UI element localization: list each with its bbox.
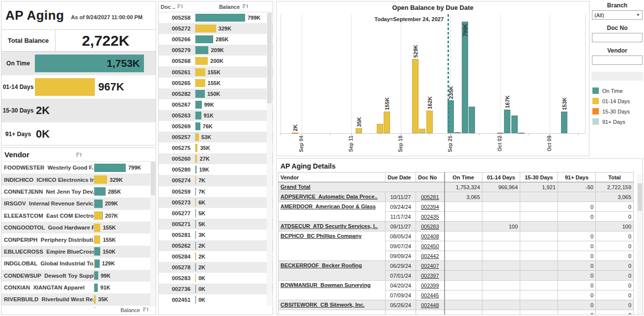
aging-bucket-row[interactable]: 01-14 Days967K (1, 75, 156, 99)
grand-total-link[interactable]: Grand Total (280, 184, 310, 190)
vendor-input[interactable] (592, 56, 642, 64)
vendor-row[interactable]: CONNETJENN Net Jenn Toy Dev..285K (1, 186, 156, 198)
vendor-scrollbar-thumb[interactable] (151, 162, 155, 195)
doc-row[interactable]: 0052775K (159, 208, 273, 219)
doc-no-link[interactable]: 002435 (421, 214, 439, 220)
chart-bar[interactable] (426, 111, 433, 133)
doc-no-link[interactable]: 002407 (421, 263, 439, 269)
aging-bucket-row[interactable]: 15-30 Days2K (1, 99, 156, 122)
doc-bar-segment[interactable] (196, 209, 196, 217)
doc-no-link[interactable]: 002399 (421, 283, 439, 288)
legend-item-d01_14[interactable]: 01-14 Days (591, 96, 643, 106)
doc-no-link[interactable]: 002450 (421, 243, 439, 249)
vendor-row[interactable]: CONDEWSUP Dewsoft Toy Supply99K (1, 270, 156, 282)
doc-row[interactable]: 005279209K (159, 45, 273, 56)
doc-bar-segment[interactable] (196, 253, 196, 260)
table-row[interactable]: BCPHCO BC Phillips Company08/05/24002408… (279, 231, 634, 241)
doc-bar-segment[interactable] (196, 25, 216, 32)
chart-bar[interactable] (454, 132, 461, 133)
chart-bar[interactable] (377, 124, 383, 133)
details-scrollbar-track[interactable] (637, 174, 643, 314)
sort-icon[interactable] (243, 4, 249, 10)
doc-bar-segment[interactable] (196, 199, 196, 206)
vendor-bar-segment[interactable] (94, 164, 126, 172)
vendor-bar-segment[interactable] (94, 307, 95, 308)
vendor-bar-segment[interactable] (94, 187, 106, 196)
vendor-bar-segment[interactable] (94, 247, 100, 256)
vendor-link[interactable]: ATDSECUR ATD Security Services, I.. (280, 223, 378, 229)
table-row[interactable]: ADPSERVICE Automatic Data Proce..10/11/2… (279, 192, 634, 202)
doc-row[interactable]: 0052813K (159, 230, 273, 240)
vendor-row[interactable]: CONXIAN XIANGTAN Apparel91K (1, 282, 156, 293)
doc-bar-segment[interactable] (196, 166, 196, 173)
doc-row[interactable]: 005258799K (159, 12, 273, 23)
table-row[interactable]: Grand Total1,753,324966,9641,921-502,722… (279, 182, 634, 192)
sort-icon[interactable] (143, 307, 149, 313)
chart-bar[interactable] (518, 133, 525, 134)
vendor-link[interactable]: BECKERROOF Becker Roofing (280, 262, 362, 268)
doc-row[interactable]: 005268200K (159, 56, 273, 66)
doc-bar-segment[interactable] (196, 68, 205, 76)
chart-bar[interactable] (469, 107, 475, 133)
col-header-due-date[interactable]: Due Date (386, 172, 416, 182)
doc-bar-segment[interactable] (196, 35, 213, 43)
vendor-scrollbar-track[interactable] (150, 161, 156, 307)
doc-row[interactable]: 0052622K (159, 240, 273, 251)
aging-bucket-row[interactable]: 91+ Days0K (1, 122, 156, 145)
doc-bar-segment[interactable] (196, 101, 202, 109)
doc-row[interactable]: 0052842K (159, 251, 273, 262)
vendor-row[interactable]: FOODWESTER Westerly Good F..799K (1, 162, 156, 173)
doc-row[interactable]: 0052782K (159, 262, 273, 273)
sort-icon[interactable] (177, 4, 183, 10)
chart-bar[interactable] (497, 133, 504, 134)
vendor-bar-segment[interactable] (94, 235, 100, 244)
legend-item-d15_30[interactable]: 15-30 Days (591, 106, 643, 116)
doc-no-link[interactable]: 002442 (421, 253, 439, 259)
table-row[interactable]: CBSITEWORK CB Sitework, Inc.05/26/240024… (279, 300, 634, 310)
table-row[interactable]: 00 (279, 310, 634, 316)
chart-bar[interactable] (511, 115, 518, 133)
col-header-vendor[interactable]: Vendor (279, 172, 386, 182)
doc-bar-segment[interactable] (196, 112, 201, 119)
vendor-bar-segment[interactable] (94, 200, 103, 208)
chart-bar[interactable] (462, 22, 468, 133)
chart-bar[interactable] (292, 133, 298, 134)
doc-row[interactable]: 00526027K (159, 153, 273, 164)
doc-row[interactable]: 00528019K (159, 164, 273, 175)
doc-scrollbar-track[interactable] (267, 13, 272, 306)
doc-row[interactable]: 00526976K (159, 121, 273, 132)
vendor-link[interactable]: BOWMANSUR Bowman Surveying (280, 282, 370, 288)
doc-no-link[interactable]: 005283 (421, 224, 439, 230)
doc-row[interactable]: 0052715K (159, 219, 273, 230)
doc-row[interactable]: 0052736K (159, 197, 273, 208)
doc-bar-segment[interactable] (196, 231, 196, 239)
doc-row[interactable]: 005261155K (159, 66, 273, 77)
aging-bucket-row[interactable]: On Time1,753K (1, 52, 156, 75)
doc-bar-segment[interactable] (196, 14, 245, 22)
doc-row[interactable]: 005266285K (159, 34, 273, 45)
doc-bar-segment[interactable] (196, 133, 199, 141)
vendor-row[interactable]: CONGOODTOL Good Hardware P..155K (1, 222, 156, 233)
vendor-bar-segment[interactable] (94, 175, 107, 184)
vendor-link[interactable]: AMERDOOR American Door & Glass (280, 203, 376, 209)
doc-row[interactable]: 005282150K (159, 88, 273, 99)
vendor-bar-segment[interactable] (95, 259, 100, 268)
vendor-row[interactable]: ELEEASTCOM East COM Electro..207K (1, 210, 156, 222)
table-row[interactable]: AMERDOOR American Door & Glass09/24/2400… (279, 202, 634, 212)
doc-no-link[interactable]: 002397 (421, 273, 439, 279)
vendor-row[interactable]: INDICHICO ICHICO Electronics In..329K (1, 173, 156, 185)
doc-bar-segment[interactable] (196, 155, 197, 163)
doc-row[interactable]: 0052597K (159, 186, 273, 197)
chart-bar[interactable] (384, 112, 390, 133)
vendor-link[interactable]: ADPSERVICE Automatic Data Proce.. (280, 194, 377, 200)
doc-bar-segment[interactable] (196, 176, 196, 184)
vendor-row[interactable]: RIVERBUILD Riverbuild West Re..35K (1, 293, 156, 305)
table-row[interactable]: BOWMANSUR Bowman Surveying04/20/24002399… (279, 281, 634, 290)
doc-bar-segment[interactable] (196, 285, 196, 293)
chart-bar[interactable] (561, 112, 567, 133)
doc-bar-segment[interactable] (196, 90, 205, 98)
doc-no-link[interactable]: 002448 (421, 302, 439, 308)
vendor-bar-segment[interactable] (94, 224, 100, 232)
doc-no-input[interactable] (592, 33, 642, 42)
col-header-01-14[interactable]: 01-14 Days (482, 172, 520, 182)
